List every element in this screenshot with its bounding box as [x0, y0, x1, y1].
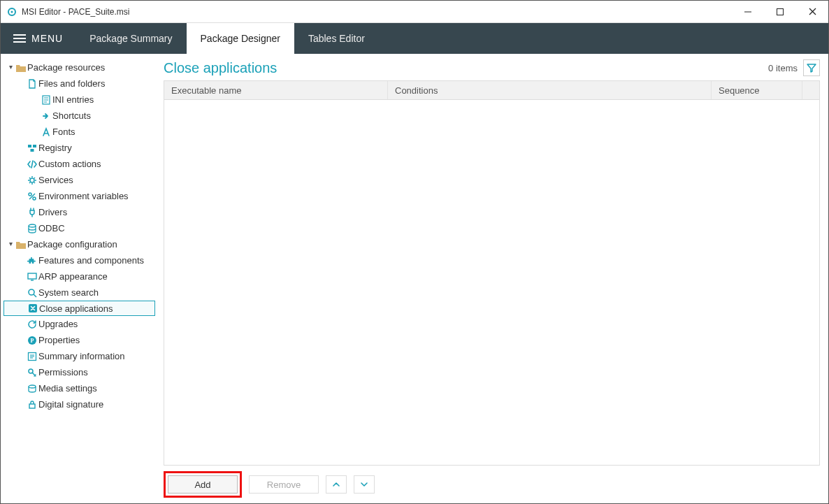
tree-group-package-resources[interactable]: ▾ Package resources [3, 59, 155, 75]
svg-line-19 [34, 182, 35, 182]
menu-button[interactable]: MENU [1, 23, 75, 54]
page-title: Close applications [164, 60, 277, 76]
tree-close-applications[interactable]: Close applications [3, 301, 155, 316]
svg-line-24 [29, 194, 35, 199]
svg-point-1 [11, 10, 13, 13]
menubar: MENU Package Summary Package Designer Ta… [1, 23, 828, 54]
tree-label: Registry [38, 143, 72, 153]
svg-point-23 [33, 197, 36, 200]
close-button[interactable] [796, 1, 828, 22]
tree-label: Permissions [38, 367, 88, 377]
tree-label: Environment variables [38, 191, 129, 201]
remove-button[interactable]: Remove [249, 475, 319, 494]
highlight-add: Add [164, 471, 242, 498]
tree-label: Close applications [39, 303, 113, 314]
titlebar: MSI Editor - PACE_Suite.msi [1, 1, 828, 23]
minimize-button[interactable] [732, 1, 764, 22]
maximize-button[interactable] [764, 1, 796, 22]
tree-fonts[interactable]: Fonts [3, 124, 155, 140]
tree-media-settings[interactable]: Media settings [3, 380, 155, 396]
tree-label: Custom actions [38, 159, 101, 169]
tree-label: Media settings [38, 383, 97, 394]
info-icon [26, 352, 38, 361]
tree-digital-signature[interactable]: Digital signature [3, 396, 155, 412]
col-conditions[interactable]: Conditions [388, 81, 712, 99]
table-header: Executable name Conditions Sequence [164, 80, 820, 100]
move-down-button[interactable] [354, 475, 375, 494]
menu-label: MENU [31, 33, 63, 44]
svg-point-22 [29, 193, 31, 196]
tab-tables-editor[interactable]: Tables Editor [294, 23, 379, 54]
tree-label: Package resources [27, 62, 105, 73]
registry-icon [26, 143, 38, 153]
font-icon [40, 127, 52, 137]
svg-rect-26 [28, 273, 36, 279]
tree-env-vars[interactable]: Environment variables [3, 188, 155, 204]
tree-label: System search [38, 287, 99, 298]
tree-custom-actions[interactable]: Custom actions [3, 156, 155, 172]
tree-odbc[interactable]: ODBC [3, 220, 155, 236]
svg-point-13 [30, 178, 34, 182]
svg-line-21 [29, 182, 30, 182]
tree-permissions[interactable]: Permissions [3, 364, 155, 380]
tree-label: Summary information [38, 351, 125, 361]
move-up-button[interactable] [326, 475, 347, 494]
folder-icon [15, 63, 27, 73]
tab-package-designer[interactable]: Package Designer [187, 23, 294, 54]
footer-actions: Add Remove [164, 466, 820, 498]
chevron-down-icon: ▾ [6, 240, 15, 247]
tree-properties[interactable]: P Properties [3, 332, 155, 348]
svg-point-38 [29, 385, 36, 388]
svg-line-29 [34, 294, 36, 297]
svg-rect-3 [777, 8, 784, 15]
ini-icon [40, 95, 52, 105]
svg-rect-10 [28, 145, 31, 147]
filter-button[interactable] [803, 59, 820, 76]
tree-label: INI entries [52, 94, 94, 105]
tree-shortcuts[interactable]: Shortcuts [3, 108, 155, 124]
gear-icon [26, 175, 38, 185]
tree-upgrades[interactable]: Upgrades [3, 316, 155, 332]
tree-label: ARP appearance [38, 271, 108, 282]
window-title: MSI Editor - PACE_Suite.msi [22, 7, 130, 17]
tree-services[interactable]: Services [3, 172, 155, 188]
lock-icon [26, 400, 38, 410]
tree-label: Digital signature [38, 399, 103, 410]
tab-package-summary[interactable]: Package Summary [75, 23, 186, 54]
items-count: 0 items [768, 63, 798, 73]
svg-text:P: P [31, 338, 34, 344]
tree-label: Files and folders [38, 78, 105, 89]
search-icon [26, 288, 38, 298]
tree-system-search[interactable]: System search [3, 285, 155, 301]
tree-summary-info[interactable]: Summary information [3, 348, 155, 364]
tree-label: Drivers [38, 207, 67, 217]
refresh-icon [26, 319, 38, 329]
tree-ini-entries[interactable]: INI entries [3, 92, 155, 108]
monitor-icon [26, 272, 38, 282]
puzzle-icon [26, 256, 38, 266]
plug-icon [26, 208, 38, 217]
chevron-down-icon: ▾ [6, 63, 15, 71]
hamburger-icon [13, 34, 26, 43]
folder-icon [15, 240, 27, 250]
sidebar: ▾ Package resources Files and folders IN… [1, 54, 158, 503]
col-sequence[interactable]: Sequence [712, 81, 802, 99]
file-icon [26, 79, 38, 89]
tree-drivers[interactable]: Drivers [3, 204, 155, 220]
col-executable-name[interactable]: Executable name [164, 81, 388, 99]
add-button[interactable]: Add [168, 475, 238, 494]
db-icon [26, 224, 38, 233]
table-body [164, 100, 820, 466]
svg-line-20 [34, 178, 35, 178]
tree-registry[interactable]: Registry [3, 140, 155, 156]
tree-features-components[interactable]: Features and components [3, 252, 155, 268]
tree-label: Properties [38, 335, 80, 345]
svg-line-18 [29, 178, 30, 178]
tree-label: Fonts [52, 127, 75, 137]
tree-files-folders[interactable]: Files and folders [3, 75, 155, 92]
p-icon: P [26, 336, 38, 345]
tree-label: ODBC [38, 223, 65, 233]
tree-arp-appearance[interactable]: ARP appearance [3, 268, 155, 285]
tree-label: Services [38, 175, 73, 185]
tree-group-package-configuration[interactable]: ▾ Package configuration [3, 236, 155, 252]
